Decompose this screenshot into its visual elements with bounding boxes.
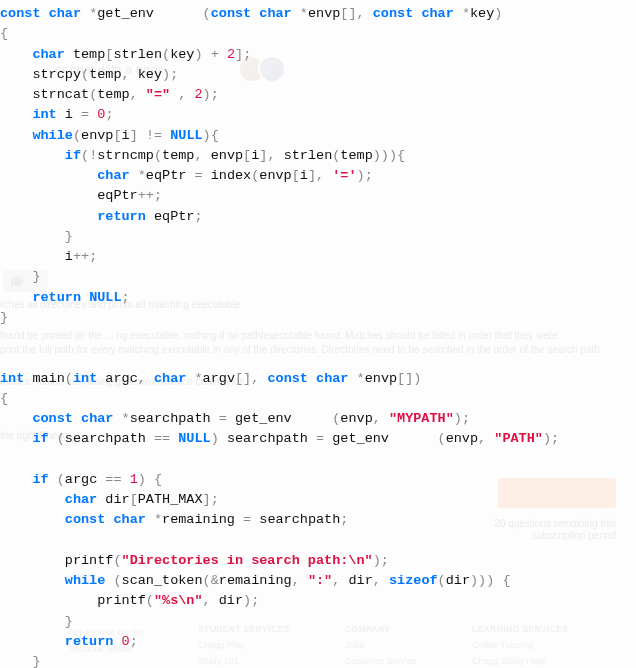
- code-line: }: [0, 612, 636, 632]
- code-line: if (argc == 1) {: [0, 470, 636, 490]
- code-line: printf("Directories in search path:\n");: [0, 551, 636, 571]
- code-line: printf("%s\n", dir);: [0, 591, 636, 611]
- code-line: {: [0, 24, 636, 44]
- code-line: char dir[PATH_MAX];: [0, 490, 636, 510]
- code-line: int i = 0;: [0, 105, 636, 125]
- code-block: const char *get_env (const char *envp[],…: [0, 0, 636, 668]
- code-line: const char *searchpath = get_env (envp, …: [0, 409, 636, 429]
- code-line: const char *get_env (const char *envp[],…: [0, 4, 636, 24]
- code-line: int main(int argc, char *argv[], const c…: [0, 369, 636, 389]
- code-line: char temp[strlen(key) + 2];: [0, 45, 636, 65]
- code-line: }: [0, 308, 636, 328]
- code-line: [0, 328, 636, 348]
- code-line: char *eqPtr = index(envp[i], '=');: [0, 166, 636, 186]
- code-line: return NULL;: [0, 288, 636, 308]
- code-line: eqPtr++;: [0, 186, 636, 206]
- code-line: {: [0, 389, 636, 409]
- code-line: }: [0, 652, 636, 668]
- code-line: strcpy(temp, key);: [0, 65, 636, 85]
- code-line: strncat(temp, "=" , 2);: [0, 85, 636, 105]
- code-line: while (scan_token(&remaining, ":", dir, …: [0, 571, 636, 591]
- code-line: [0, 531, 636, 551]
- code-line: }: [0, 227, 636, 247]
- code-line: [0, 450, 636, 470]
- code-line: return 0;: [0, 632, 636, 652]
- code-line: if (searchpath == NULL) searchpath = get…: [0, 429, 636, 449]
- code-line: }: [0, 267, 636, 287]
- code-line: if(!strncmp(temp, envp[i], strlen(temp))…: [0, 146, 636, 166]
- code-line: return eqPtr;: [0, 207, 636, 227]
- code-line: while(envp[i] != NULL){: [0, 126, 636, 146]
- code-line: [0, 348, 636, 368]
- code-line: const char *remaining = searchpath;: [0, 510, 636, 530]
- code-line: i++;: [0, 247, 636, 267]
